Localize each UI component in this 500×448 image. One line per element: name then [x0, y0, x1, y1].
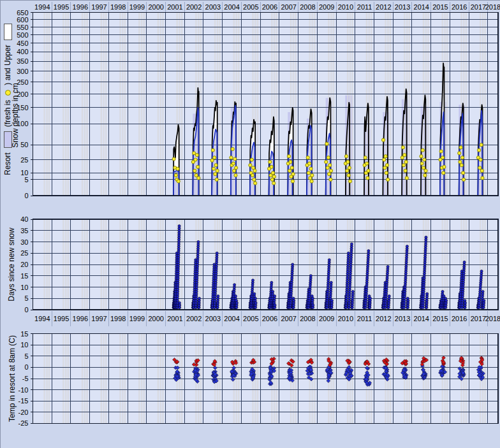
- fresh-snow-dot: [423, 158, 426, 161]
- fresh-snow-dot: [328, 164, 332, 167]
- month-stripe: [162, 13, 163, 196]
- days-dot: [235, 301, 238, 304]
- fresh-snow-dot: [289, 161, 292, 164]
- fresh-snow-dot: [422, 166, 425, 170]
- fresh-snow-dot: [210, 159, 214, 162]
- year-label: 2015: [432, 315, 448, 322]
- days-dot: [274, 304, 276, 307]
- days-dot: [272, 291, 274, 293]
- month-stripe: [351, 13, 353, 196]
- fresh-snow-dot: [272, 182, 276, 185]
- year-label: 1997: [91, 3, 107, 11]
- fresh-snow-dot: [325, 142, 328, 145]
- fresh-snow-dot: [249, 164, 252, 167]
- fresh-snow-dot: [481, 177, 484, 180]
- year-label: 2017: [471, 3, 486, 11]
- y-tick-label: 650: [17, 9, 28, 17]
- year-label: 2010: [338, 315, 353, 322]
- fresh-snow-dot: [386, 178, 390, 181]
- days-dot: [234, 295, 237, 298]
- fresh-snow-dot: [234, 166, 237, 170]
- y-tick-label: -25: [18, 419, 29, 427]
- y-tick-label: 50: [20, 141, 28, 148]
- year-label: 2005: [243, 315, 258, 322]
- fresh-snow-dot: [215, 178, 218, 181]
- days-dot: [254, 297, 256, 300]
- year-label: 2018: [485, 315, 500, 322]
- year-label: 2011: [357, 3, 372, 11]
- days-dot: [270, 281, 273, 284]
- month-stripe: [460, 13, 462, 196]
- fresh-snow-dot: [270, 165, 273, 168]
- year-label: 1998: [110, 315, 126, 322]
- y-tick-label: 30: [20, 238, 28, 246]
- month-stripe: [86, 13, 87, 196]
- fresh-snow-dot: [177, 180, 180, 183]
- month-stripe: [390, 13, 391, 196]
- year-label: 2003: [205, 3, 221, 11]
- fresh-snow-dot: [308, 162, 311, 165]
- fresh-snow-dot: [234, 174, 237, 177]
- y-tick-label: -20: [18, 408, 29, 416]
- month-stripe: [333, 13, 334, 196]
- year-label: 2010: [338, 3, 353, 11]
- y-tick-label: 15: [20, 330, 28, 338]
- fresh-snow-dot: [253, 178, 256, 181]
- year-label: 1999: [129, 3, 145, 11]
- year-label: 2009: [319, 3, 334, 11]
- year-label: 2007: [281, 3, 296, 11]
- month-stripe: [46, 13, 47, 196]
- fresh-snow-dot: [174, 174, 177, 177]
- fresh-snow-dot: [402, 164, 406, 167]
- year-label: 2009: [319, 315, 334, 322]
- year-label: 2002: [186, 3, 202, 11]
- year-label: 2008: [300, 315, 315, 322]
- fresh-snow-dot: [367, 169, 370, 172]
- days-dot: [254, 301, 257, 304]
- fresh-snow-dot: [251, 174, 254, 177]
- y-tick-label: 0: [24, 192, 28, 199]
- month-stripe: [484, 13, 485, 196]
- days-dot: [482, 291, 484, 293]
- fresh-snow-dot: [254, 182, 257, 185]
- fresh-snow-dot: [329, 178, 332, 181]
- fresh-snow-dot: [176, 167, 179, 170]
- fresh-snow-dot: [439, 150, 443, 153]
- year-label: 1995: [54, 315, 69, 322]
- month-stripe: [105, 13, 107, 196]
- year-label: 2011: [357, 315, 372, 322]
- fresh-snow-dot: [346, 169, 349, 172]
- fresh-snow-dot: [478, 166, 482, 170]
- days-dot: [330, 281, 332, 284]
- days-dot: [328, 259, 330, 261]
- chart-canvas: 0510255010015020025030035040045050055060…: [1, 1, 500, 448]
- year-label: 2014: [414, 3, 429, 11]
- fresh-snow-dot: [366, 177, 369, 180]
- month-stripe: [219, 13, 220, 196]
- fresh-snow-dot: [306, 156, 309, 159]
- year-label: 2013: [395, 315, 410, 322]
- month-stripe: [119, 13, 121, 196]
- fresh-snow-dot: [459, 146, 462, 149]
- fresh-snow-dot: [193, 169, 196, 172]
- month-stripe: [124, 13, 126, 196]
- fresh-snow-dot: [420, 162, 423, 165]
- y-tick-label: 10: [20, 284, 28, 291]
- fresh-snow-dot: [309, 167, 312, 170]
- year-label: 2012: [376, 3, 391, 11]
- days-dot: [351, 291, 354, 293]
- year-label: 2000: [148, 315, 163, 322]
- year-label: 2005: [243, 3, 258, 11]
- fresh-snow-dot: [311, 174, 314, 177]
- fresh-snow-dot: [327, 156, 330, 159]
- month-stripe: [65, 13, 66, 196]
- year-label: 1996: [73, 3, 88, 11]
- fresh-snow-dot: [194, 158, 197, 161]
- fresh-snow-dot: [253, 169, 256, 172]
- year-label: 2016: [452, 3, 467, 11]
- fresh-snow-dot: [344, 155, 348, 158]
- fresh-snow-dot: [196, 165, 199, 168]
- month-stripe: [314, 13, 315, 196]
- fresh-snow-dot: [348, 166, 351, 170]
- days-dot: [253, 293, 256, 295]
